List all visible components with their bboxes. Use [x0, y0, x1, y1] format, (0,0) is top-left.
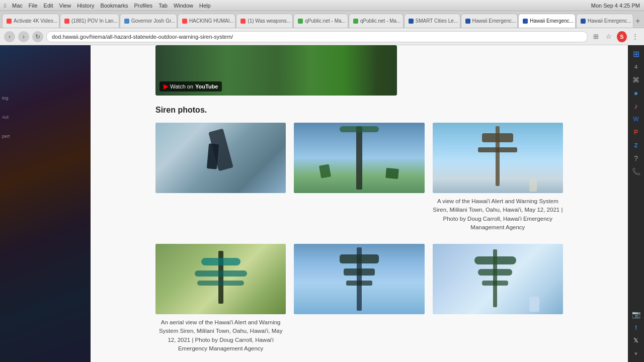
tab-activate-4k[interactable]: Activate 4K Video... ×	[2, 14, 59, 28]
apple-menu[interactable]: 	[4, 3, 6, 9]
tab-favicon-8	[409, 19, 414, 24]
watch-on-youtube-button[interactable]: ▶ Watch on YouTube	[159, 81, 222, 92]
scroll-down-icon[interactable]: ▼	[630, 348, 641, 359]
tab-governor[interactable]: Governor Josh Gr... ×	[120, 14, 177, 28]
tab-label-1: Activate 4K Video...	[14, 18, 57, 24]
tab-menu[interactable]: Tab	[158, 3, 168, 9]
chrome-menu[interactable]: Mac	[12, 3, 23, 9]
word-icon[interactable]: W	[630, 114, 641, 125]
tab-close-6[interactable]: ×	[348, 18, 348, 24]
left-label-tog: tog	[2, 96, 10, 101]
tab-favicon-5	[240, 19, 246, 24]
photo-thumb-6[interactable]	[433, 244, 563, 314]
photo-thumb-2[interactable]	[294, 123, 424, 193]
youtube-thumbnail[interactable]: ▶ Watch on YouTube	[155, 45, 397, 96]
bookmarks-menu[interactable]: Bookmarks	[100, 3, 128, 9]
file-menu[interactable]: File	[29, 3, 38, 9]
tab-hawaii2-active[interactable]: Hawaii Emergenc... ×	[518, 14, 576, 28]
edit-menu[interactable]: Edit	[44, 3, 53, 9]
profile-icon[interactable]: S	[617, 32, 627, 42]
tab-close-7[interactable]: ×	[403, 18, 404, 24]
photo-thumb-3[interactable]	[433, 123, 563, 193]
photo-item-4: An aerial view of the Hawai'i Alert and …	[155, 244, 286, 353]
browser-window:  Mac File Edit View History Bookmarks P…	[0, 0, 644, 362]
left-label-act: Act	[2, 115, 10, 120]
spotlight-icon[interactable]: ⌘	[630, 74, 641, 85]
tab-label-5: (1) Was weapons...	[248, 18, 291, 24]
forward-button[interactable]: ›	[18, 31, 29, 42]
photo-item-1	[155, 123, 286, 232]
tab-pov[interactable]: (1881) POV In Lan... ×	[60, 14, 119, 28]
photo-item-3: A view of the Hawai'i Alert and Warning …	[433, 123, 563, 232]
tab-weapons[interactable]: (1) Was weapons... ×	[236, 14, 293, 28]
url-bar[interactable]: dod.hawaii.gov/hiema/all-hazard-statewid…	[46, 31, 588, 42]
tab-qpublic2[interactable]: qPublic.net - Ma... ×	[349, 14, 404, 28]
watch-on-label: Watch on	[170, 83, 193, 89]
clock: Mon Sep 4 4:25 PM	[591, 3, 640, 9]
video-person-overlay	[276, 45, 377, 96]
menu-button[interactable]: ⋮	[630, 32, 640, 42]
tab-hawaii3[interactable]: Hawaii Emergenc... ×	[576, 14, 633, 28]
photo-item-6	[433, 244, 563, 353]
tab-hawaii1[interactable]: Hawaii Emergenc... ×	[461, 14, 518, 28]
itunes-icon[interactable]: ♪	[630, 101, 641, 112]
tab-favicon-2	[64, 19, 69, 24]
tab-hacking[interactable]: HACKING HUMAI... ×	[178, 14, 235, 28]
tab-label-6: qPublic.net - Ma...	[305, 18, 346, 24]
profiles-menu[interactable]: Profiles	[134, 3, 152, 9]
tab-favicon-4	[182, 19, 187, 24]
view-menu[interactable]: View	[59, 3, 71, 9]
help-icon[interactable]: ?	[630, 153, 641, 164]
photo-thumb-5[interactable]	[294, 244, 424, 314]
instagram-icon[interactable]: 📷	[630, 309, 641, 320]
photo-thumb-1[interactable]	[155, 123, 286, 193]
url-text: dod.hawaii.gov/hiema/all-hazard-statewid…	[52, 34, 233, 40]
tab-label-4: HACKING HUMAI...	[189, 18, 234, 24]
left-label-pert: pert	[2, 134, 10, 139]
nav-icons-group: ⊞ ☆ S ⋮	[591, 32, 640, 42]
profile-avatar[interactable]: S	[617, 31, 627, 42]
tab-label-7: qPublic.net - Ma...	[360, 18, 401, 24]
left-sidebar-labels: tog Act pert	[2, 96, 10, 139]
notification-icon[interactable]: 4	[630, 61, 641, 72]
main-content[interactable]: ▶ Watch on YouTube Siren photos.	[91, 45, 628, 362]
new-tab-button[interactable]: +	[634, 15, 642, 28]
finder-icon[interactable]: ⊞	[630, 48, 641, 59]
tab-favicon-9	[465, 19, 470, 24]
navigation-bar: ‹ › ↻ dod.hawaii.gov/hiema/all-hazard-st…	[0, 28, 644, 45]
tab-favicon-1	[7, 19, 12, 24]
tab-qpublic1[interactable]: qPublic.net - Ma... ×	[293, 14, 348, 28]
chrome-icon[interactable]: ●	[630, 87, 641, 99]
tab-bar: Activate 4K Video... × (1881) POV In Lan…	[0, 11, 644, 28]
star-button[interactable]: ☆	[604, 32, 614, 42]
zoom-icon[interactable]: Z	[630, 140, 641, 151]
tab-label-8: SMART Cities Le...	[416, 18, 458, 24]
photo-grid-row1: A view of the Hawai'i Alert and Warning …	[155, 123, 563, 232]
powerpoint-icon[interactable]: P	[630, 127, 641, 138]
window-menu[interactable]: Window	[174, 3, 193, 9]
back-button[interactable]: ‹	[4, 31, 15, 42]
help-menu[interactable]: Help	[199, 3, 211, 9]
facetime-icon[interactable]: 📞	[630, 166, 641, 177]
reload-button[interactable]: ↻	[32, 31, 43, 42]
tab-label-3: Governor Josh Gr...	[131, 18, 175, 24]
facebook-icon[interactable]: f	[630, 322, 641, 333]
tab-favicon-10	[523, 19, 528, 24]
mac-topbar:  Mac File Edit View History Bookmarks P…	[0, 0, 644, 11]
left-bg-gradient	[0, 45, 91, 362]
tab-label-9: Hawaii Emergenc...	[472, 18, 516, 24]
mac-right-sidebar: ⊞ 4 ⌘ ● ♪ W P Z ? 📞 📷 f 𝕏 ▼	[628, 45, 644, 362]
photo-item-2	[294, 123, 424, 232]
photo-item-5	[294, 244, 424, 353]
tab-favicon-6	[298, 19, 303, 24]
siren-photos-heading: Siren photos.	[155, 106, 563, 115]
tab-smart[interactable]: SMART Cities Le... ×	[404, 14, 460, 28]
photo-thumb-4[interactable]	[155, 244, 286, 314]
tab-label-10: Hawaii Emergenc...	[530, 18, 574, 24]
left-sidebar-image: tog Act pert	[0, 45, 91, 362]
content-inner: ▶ Watch on YouTube Siren photos.	[145, 45, 573, 362]
photo-caption-4: An aerial view of the Hawai'i Alert and …	[155, 318, 286, 353]
twitter-icon[interactable]: 𝕏	[630, 335, 641, 346]
extensions-button[interactable]: ⊞	[591, 32, 601, 42]
history-menu[interactable]: History	[77, 3, 94, 9]
